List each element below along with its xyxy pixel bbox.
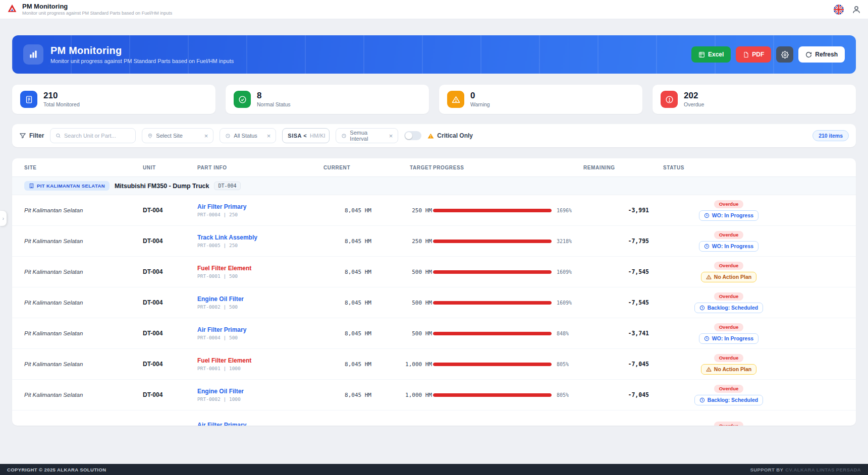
progress-bar [433, 240, 552, 243]
header-progress: PROGRESS [432, 165, 583, 170]
clipboard-icon [20, 91, 37, 108]
row-target: 250 HM [371, 238, 432, 245]
hero-banner: PM Monitoring Monitor unit progress agai… [12, 35, 856, 74]
row-remaining: -7,545 [583, 268, 649, 275]
status-circle-icon [225, 133, 231, 139]
part-meta: PRT-0005 | 250 [197, 243, 323, 248]
action-badge[interactable]: Backlog: Scheduled [694, 395, 763, 405]
settings-button[interactable] [776, 46, 793, 63]
action-badge[interactable]: WO: In Progress [699, 210, 758, 221]
clear-status-icon[interactable]: × [267, 133, 271, 139]
export-excel-button[interactable]: Excel [691, 46, 731, 63]
check-circle-icon [234, 91, 251, 108]
critical-only-toggle[interactable] [404, 131, 421, 140]
site-select[interactable]: Select Site × [142, 128, 213, 143]
table-row[interactable]: Pit Kalimantan Selatan DT-004 Engine Oil… [12, 287, 856, 318]
spreadsheet-icon [698, 51, 705, 58]
table-row[interactable]: Pit Kalimantan Selatan DT-004 Fuel Filte… [12, 257, 856, 287]
stat-label: Warning [470, 101, 490, 107]
row-unit: DT-004 [143, 391, 197, 398]
copyright-text: COPYRIGHT © 2025 ALKARA SOLUTION [7, 467, 106, 472]
search-field[interactable] [50, 128, 136, 143]
clear-interval-icon[interactable]: × [389, 133, 393, 139]
part-link[interactable]: Fuel Filter Element [197, 265, 323, 272]
progress-bar [433, 270, 552, 274]
sisa-threshold-input[interactable] [310, 133, 330, 139]
clear-site-icon[interactable]: × [204, 133, 208, 139]
topbar: PM Monitoring Monitor unit progress agai… [0, 0, 868, 19]
status-badge: Overdue [714, 323, 744, 331]
filter-label: Filter [19, 132, 44, 139]
clock-icon [704, 213, 710, 218]
row-site: Pit Kalimantan Selatan [24, 207, 143, 213]
sisa-threshold-field[interactable]: SISA < [282, 128, 330, 143]
action-badge[interactable]: Backlog: Scheduled [694, 303, 763, 313]
hero-subtitle: Monitor unit progress against PM Standar… [50, 58, 234, 64]
user-account-button[interactable] [852, 5, 861, 14]
row-site: Pit Kalimantan Selatan [24, 300, 143, 306]
warning-icon [706, 367, 712, 372]
warning-triangle-icon [447, 91, 464, 108]
progress-percent: 1609% [557, 300, 572, 306]
header-remaining: REMAINING [583, 165, 649, 170]
progress-percent: 1609% [557, 269, 572, 275]
search-input[interactable] [64, 133, 130, 139]
interval-clock-icon [341, 133, 347, 139]
row-remaining: -3,741 [583, 330, 649, 337]
action-badge[interactable]: No Action Plan [701, 364, 756, 375]
part-link[interactable]: Air Filter Primary [197, 422, 323, 426]
export-pdf-button[interactable]: PDF [736, 46, 771, 63]
drawer-handle[interactable]: › [0, 211, 7, 226]
action-badge[interactable]: No Action Plan [701, 272, 756, 282]
part-link[interactable]: Engine Oil Filter [197, 388, 323, 395]
action-badge[interactable]: WO: In Progress [699, 241, 758, 252]
table-row[interactable]: Pit Kalimantan Selatan DT-004 Fuel Filte… [12, 349, 856, 380]
part-meta: PRT-0002 | 500 [197, 304, 323, 310]
row-current: 8,045 HM [323, 238, 371, 245]
page-title: PM Monitoring [22, 3, 172, 11]
critical-only-label: Critical Only [427, 132, 473, 139]
row-target: 1,000 HM [371, 361, 432, 368]
stat-label: Total Monitored [43, 101, 80, 107]
page-subtitle: Monitor unit progress against PM Standar… [22, 11, 172, 16]
part-link[interactable]: Air Filter Primary [197, 203, 323, 210]
map-pin-icon [147, 133, 153, 139]
part-link[interactable]: Track Link Assembly [197, 234, 323, 241]
row-target: 500 HM [371, 300, 432, 306]
table-row[interactable]: Pit Kalimantan Selatan DT-004 Air Filter… [12, 318, 856, 349]
unit-group-row[interactable]: PIT KALIMANTAN SELATAN Mitsubishi FM350 … [12, 177, 856, 195]
progress-bar [433, 363, 552, 366]
stat-value: 210 [43, 91, 80, 101]
progress-bar [433, 393, 552, 397]
language-flag-button[interactable] [834, 5, 844, 15]
row-site: Pit Kalimantan Selatan [24, 330, 143, 336]
table-row[interactable]: Pit Kalimantan Selatan DT-004 Air Filter… [12, 195, 856, 226]
interval-select[interactable]: Semua Interval × [336, 128, 398, 143]
row-target: 250 HM [371, 207, 432, 214]
row-site: Pit Kalimantan Selatan [24, 269, 143, 275]
stat-card-total: 210 Total Monitored [12, 85, 215, 114]
status-select-value: All Status [234, 133, 263, 139]
part-link[interactable]: Fuel Filter Element [197, 357, 323, 364]
status-badge: Overdue [714, 354, 744, 362]
refresh-button[interactable]: Refresh [798, 46, 845, 63]
status-select[interactable]: All Status × [220, 128, 276, 143]
table-row[interactable]: Pit Kalimantan Selatan DT-004 Engine Oil… [12, 380, 856, 410]
unit-code-badge: DT-004 [214, 182, 240, 190]
row-remaining: -3,991 [583, 207, 649, 214]
part-link[interactable]: Engine Oil Filter [197, 295, 323, 303]
part-meta: PRT-0002 | 1000 [197, 396, 323, 402]
progress-bar [433, 209, 552, 212]
table-row[interactable]: Air Filter Primary Overdue [12, 410, 856, 426]
part-link[interactable]: Air Filter Primary [197, 326, 323, 333]
table-row[interactable]: Pit Kalimantan Selatan DT-004 Track Link… [12, 226, 856, 257]
clock-icon [704, 244, 710, 249]
action-badge[interactable]: WO: In Progress [699, 333, 758, 344]
stat-card-normal: 8 Normal Status [226, 85, 429, 114]
progress-percent: 848% [557, 331, 569, 336]
row-unit: DT-004 [143, 268, 197, 275]
stat-label: Overdue [684, 101, 704, 107]
progress-percent: 805% [557, 392, 569, 398]
header-current: CURRENT [323, 165, 371, 170]
part-meta: PRT-0001 | 1000 [197, 366, 323, 371]
